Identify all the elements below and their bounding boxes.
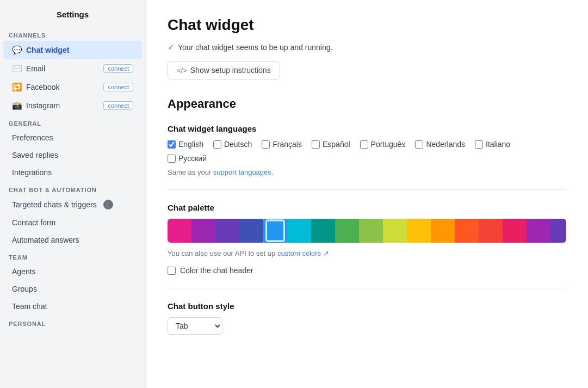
sidebar-item-instagram[interactable]: 📸 Instagram connect xyxy=(3,96,142,115)
sidebar-item-label: Automated answers xyxy=(12,236,79,244)
sidebar-item-label: Chat widget xyxy=(26,46,69,54)
sidebar-section-general: General xyxy=(0,115,145,129)
sidebar-item-label: Preferences xyxy=(12,133,53,142)
palette-swatch-5[interactable] xyxy=(287,219,311,243)
sidebar-item-integrations[interactable]: Integrations xyxy=(3,164,142,181)
languages-group: English Deutsch Français Español Portugu… xyxy=(168,140,566,149)
sidebar-item-automated-answers[interactable]: Automated answers xyxy=(3,231,142,249)
sidebar-item-label: Targeted chats & triggers xyxy=(12,200,97,209)
languages-group-row2: Русский xyxy=(168,154,566,163)
lang-portugues-checkbox[interactable] xyxy=(360,140,368,149)
lang-deutsch[interactable]: Deutsch xyxy=(213,140,252,149)
sidebar-item-team-chat[interactable]: Team chat xyxy=(3,298,142,315)
main-content: Chat widget ✓ Your chat widget seems to … xyxy=(146,0,588,388)
color-palette xyxy=(168,219,566,243)
sidebar-item-label: Email xyxy=(26,64,45,73)
lang-english[interactable]: English xyxy=(168,140,203,149)
lang-portugues[interactable]: Português xyxy=(360,140,406,149)
instagram-connect-button[interactable]: connect xyxy=(103,101,133,110)
palette-swatch-12[interactable] xyxy=(455,219,479,243)
sidebar-section-channels: Channels xyxy=(0,27,145,41)
chat-btn-style-select[interactable]: Tab Button None xyxy=(168,317,222,335)
palette-swatch-2[interactable] xyxy=(215,219,239,243)
palette-swatch-6[interactable] xyxy=(311,219,335,243)
lang-francais-checkbox[interactable] xyxy=(262,140,270,149)
sidebar-item-label: Saved replies xyxy=(12,151,58,159)
sidebar-item-targeted-chats[interactable]: Targeted chats & triggers ! xyxy=(3,195,142,214)
sidebar: Settings Channels 💬 Chat widget ✉️ Email… xyxy=(0,0,146,388)
sidebar-item-groups[interactable]: Groups xyxy=(3,280,142,298)
status-bar: ✓ Your chat widget seems to be up and ru… xyxy=(168,42,566,52)
lang-russian-checkbox[interactable] xyxy=(168,155,176,163)
palette-title: Chat palette xyxy=(168,203,566,212)
divider-2 xyxy=(168,288,566,288)
sidebar-item-label: Groups xyxy=(12,285,37,293)
palette-swatch-8[interactable] xyxy=(359,219,383,243)
status-check-icon: ✓ xyxy=(168,42,175,52)
palette-swatch-0[interactable] xyxy=(168,219,191,243)
targeted-chats-badge: ! xyxy=(103,200,113,210)
status-text: Your chat widget seems to be up and runn… xyxy=(178,43,332,52)
palette-swatch-10[interactable] xyxy=(407,219,431,243)
color-header-checkbox-label[interactable]: Color the chat header xyxy=(168,266,566,275)
divider-1 xyxy=(168,189,566,190)
lang-espanol[interactable]: Español xyxy=(312,140,350,149)
lang-russian[interactable]: Русский xyxy=(168,154,207,163)
lang-english-checkbox[interactable] xyxy=(168,140,176,149)
support-languages-link[interactable]: support languages. xyxy=(213,168,274,176)
sidebar-item-chat-widget[interactable]: 💬 Chat widget xyxy=(3,41,142,59)
sidebar-item-label: Agents xyxy=(12,267,36,276)
email-icon: ✉️ xyxy=(12,64,22,73)
palette-swatch-3[interactable] xyxy=(239,219,263,243)
api-text: You can also use our API to set up custo… xyxy=(168,249,566,257)
sidebar-item-agents[interactable]: Agents xyxy=(3,263,142,280)
palette-swatch-11[interactable] xyxy=(431,219,455,243)
facebook-connect-button[interactable]: connect xyxy=(103,83,133,91)
lang-nederlands[interactable]: Nederlands xyxy=(415,140,465,149)
sidebar-item-facebook[interactable]: 🔁 Facebook connect xyxy=(3,78,142,96)
color-header-label: Color the chat header xyxy=(180,266,253,275)
chat-widget-icon: 💬 xyxy=(12,45,22,55)
facebook-icon: 🔁 xyxy=(12,82,22,92)
lang-espanol-checkbox[interactable] xyxy=(312,140,320,149)
chat-btn-style-title: Chat button style xyxy=(168,301,566,311)
chat-button-style-section: Chat button style Tab Button None xyxy=(168,301,566,335)
sidebar-item-label: Contact form xyxy=(12,218,55,227)
languages-title: Chat widget languages xyxy=(168,124,566,133)
palette-swatch-16[interactable] xyxy=(550,219,566,243)
sidebar-item-label: Integrations xyxy=(12,168,52,177)
sidebar-item-email[interactable]: ✉️ Email connect xyxy=(3,59,142,78)
palette-swatch-9[interactable] xyxy=(383,219,407,243)
sidebar-item-saved-replies[interactable]: Saved replies xyxy=(3,146,142,164)
palette-swatch-4[interactable] xyxy=(263,219,287,243)
sidebar-item-contact-form[interactable]: Contact form xyxy=(3,214,142,231)
sidebar-section-team: Team xyxy=(0,249,145,263)
palette-swatch-15[interactable] xyxy=(527,219,550,243)
email-connect-button[interactable]: connect xyxy=(103,64,133,73)
sidebar-item-label: Instagram xyxy=(26,101,60,110)
sidebar-section-personal: Personal xyxy=(0,315,145,329)
lang-italiano-checkbox[interactable] xyxy=(475,140,483,149)
sidebar-item-preferences[interactable]: Preferences xyxy=(3,129,142,146)
lang-nederlands-checkbox[interactable] xyxy=(415,140,423,149)
palette-swatch-13[interactable] xyxy=(479,219,503,243)
custom-colors-link[interactable]: custom colors ↗ xyxy=(277,249,329,257)
page-title: Chat widget xyxy=(168,16,566,34)
setup-btn-label: Show setup instructions xyxy=(190,66,271,75)
palette-swatch-14[interactable] xyxy=(503,219,527,243)
color-header-checkbox[interactable] xyxy=(168,267,176,275)
sidebar-section-chatbot: Chat Bot & Automation xyxy=(0,181,145,195)
sidebar-item-label: Facebook xyxy=(26,83,59,91)
sidebar-title: Settings xyxy=(0,0,145,27)
lang-italiano[interactable]: Italiano xyxy=(475,140,510,149)
support-link-text: Same as your support languages. xyxy=(168,168,566,176)
sidebar-item-label: Team chat xyxy=(12,302,47,311)
code-icon: </> xyxy=(177,66,187,75)
palette-swatch-1[interactable] xyxy=(191,219,215,243)
palette-swatch-7[interactable] xyxy=(335,219,359,243)
lang-francais[interactable]: Français xyxy=(262,140,302,149)
instagram-icon: 📸 xyxy=(12,101,22,110)
lang-deutsch-checkbox[interactable] xyxy=(213,140,221,149)
appearance-title: Appearance xyxy=(168,97,566,111)
show-setup-button[interactable]: </> Show setup instructions xyxy=(168,61,280,79)
